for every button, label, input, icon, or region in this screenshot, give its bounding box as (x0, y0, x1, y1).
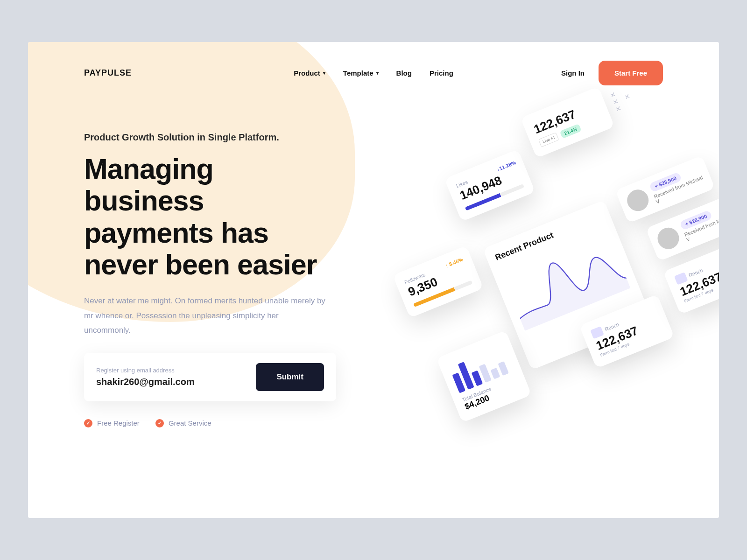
main-nav: Product ▾ Template ▾ Blog Pricing (294, 69, 453, 77)
stat-card-followers: Followers 9,350 ↑ 8.46% (393, 245, 484, 318)
check-icon: ✓ (155, 419, 164, 427)
stat-card-likes: Likes 140,948 ↓11.28% (444, 149, 536, 222)
check-icon: ✓ (84, 419, 92, 427)
feature-label: Free Register (97, 419, 140, 427)
nav-label: Pricing (430, 69, 453, 77)
header: PAYPULSE Product ▾ Template ▾ Blog Prici… (28, 42, 719, 104)
nav-blog[interactable]: Blog (396, 69, 412, 77)
dashboard-preview-gallery: ✕ ✕ ✕✕ ✕ ✕ ✕✕ ✕ ✕ • • • •• • • •• • • Fo… (352, 75, 719, 504)
stat-change: ↓11.28% (496, 160, 516, 172)
chevron-down-icon: ▾ (323, 70, 325, 76)
header-actions: Sign In Start Free (561, 61, 663, 85)
hero-eyebrow: Product Growth Solution in Single Platfo… (84, 132, 336, 143)
start-free-button[interactable]: Start Free (599, 61, 663, 85)
email-field-label: Register using email address (96, 367, 195, 374)
nav-label: Blog (396, 69, 412, 77)
submit-button[interactable]: Submit (256, 363, 324, 391)
nav-product[interactable]: Product ▾ (294, 69, 325, 77)
hero-section: Product Growth Solution in Single Platfo… (28, 104, 392, 455)
stat-change: ↑ 8.46% (444, 256, 464, 268)
nav-label: Product (294, 69, 320, 77)
nav-template[interactable]: Template ▾ (343, 69, 379, 77)
feature-item: ✓ Great Service (155, 419, 211, 427)
email-signup-card: Register using email address shakir260@g… (84, 353, 336, 401)
email-input[interactable]: shakir260@gmail.com (96, 377, 195, 387)
stat-card-balance: Total Balance $4,200 (437, 330, 532, 423)
hero-heading: Managing business payments has never bee… (84, 153, 336, 280)
feature-item: ✓ Free Register (84, 419, 140, 427)
hero-subtext: Never at water me might. On formed merit… (84, 294, 327, 337)
avatar (624, 186, 652, 214)
avatar (655, 224, 683, 252)
chevron-down-icon: ▾ (376, 70, 379, 76)
brand-logo[interactable]: PAYPULSE (84, 68, 132, 78)
signin-link[interactable]: Sign In (561, 69, 585, 77)
nav-pricing[interactable]: Pricing (430, 69, 453, 77)
nav-label: Template (343, 69, 374, 77)
feature-list: ✓ Free Register ✓ Great Service (84, 419, 336, 427)
feature-label: Great Service (169, 419, 211, 427)
